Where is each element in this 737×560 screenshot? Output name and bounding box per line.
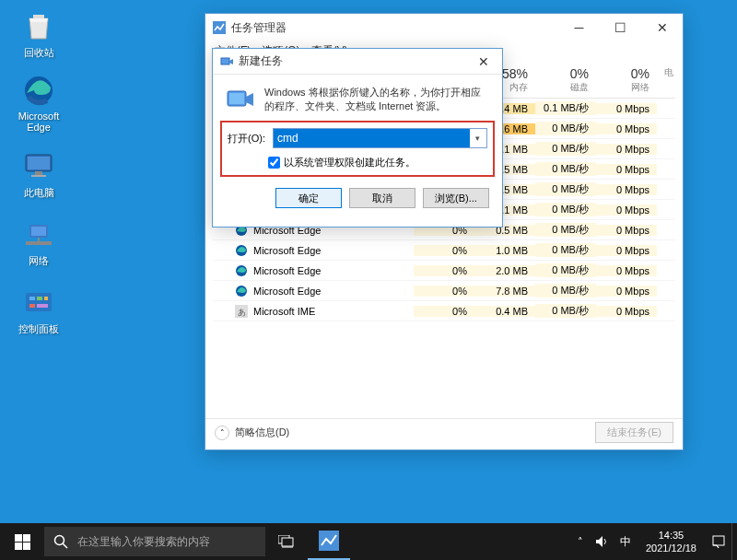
disk-cell: 0 MB/秒: [535, 182, 596, 196]
edge-icon: [20, 72, 57, 109]
desktop-icon-recycle-bin[interactable]: 回收站: [11, 7, 66, 60]
mem-cell: 1.0 MB: [474, 245, 535, 256]
svg-rect-0: [33, 15, 44, 18]
disk-cell: 0 MB/秒: [535, 162, 596, 176]
cpu-cell: 0%: [414, 286, 474, 297]
svg-text:あ: あ: [238, 308, 246, 317]
mem-cell: 2.0 MB: [474, 265, 535, 276]
desktop-icon-this-pc[interactable]: 此电脑: [11, 147, 66, 200]
svg-rect-8: [26, 241, 52, 245]
column-disk[interactable]: 0% 磁盘: [535, 64, 596, 98]
tray-chevron-up-icon[interactable]: ˄: [572, 523, 589, 560]
table-row[interactable]: Microsoft Edge 0% 7.8 MB 0 MB/秒 0 Mbps: [213, 281, 675, 301]
disk-cell: 0 MB/秒: [535, 122, 596, 135]
notifications-button[interactable]: [706, 523, 731, 560]
mem-cell: 7.8 MB: [474, 286, 535, 297]
net-cell: 0 Mbps: [596, 265, 657, 276]
taskbar: 在这里输入你要搜索的内容 ˄ 中 14:35 2021/12/18: [0, 523, 737, 560]
task-view-button[interactable]: [265, 523, 308, 560]
svg-rect-30: [229, 93, 244, 104]
svg-rect-3: [28, 157, 50, 169]
show-desktop-button[interactable]: [731, 523, 737, 560]
maximize-button[interactable]: ☐: [600, 14, 641, 41]
svg-rect-32: [23, 534, 30, 542]
tray-ime-icon[interactable]: 中: [614, 523, 637, 560]
minimize-button[interactable]: ─: [558, 14, 600, 41]
svg-rect-33: [15, 542, 22, 550]
disk-cell: 0.1 MB/秒: [535, 101, 596, 115]
end-task-button: 结束任务(E): [595, 422, 673, 443]
net-cell: 0 Mbps: [596, 286, 657, 297]
process-name: Microsoft IME: [253, 306, 315, 317]
column-network[interactable]: 0% 网络: [596, 64, 657, 98]
process-icon: あ: [235, 305, 248, 318]
cpu-cell: 0%: [414, 306, 474, 317]
admin-checkbox-label: 以系统管理权限创建此任务。: [284, 156, 415, 169]
disk-cell: 0 MB/秒: [535, 284, 596, 298]
statusbar: ˄ 简略信息(D) 结束任务(E): [205, 418, 683, 446]
net-cell: 0 Mbps: [596, 306, 657, 317]
table-row[interactable]: あMicrosoft IME 0% 0.4 MB 0 MB/秒 0 Mbps: [213, 301, 675, 321]
dialog-close-button[interactable]: ✕: [465, 48, 502, 76]
open-input[interactable]: [274, 129, 470, 147]
open-combobox[interactable]: ▾: [273, 128, 487, 148]
dialog-title: 新建任务: [239, 53, 283, 69]
process-icon: [235, 285, 248, 298]
desktop-icon-network[interactable]: 网络: [11, 216, 66, 268]
desktop-icon-label: 控制面板: [11, 322, 66, 336]
desktop-icon-control-panel[interactable]: 控制面板: [11, 284, 66, 336]
svg-rect-11: [29, 297, 35, 300]
svg-rect-7: [31, 227, 46, 236]
app-icon: [213, 21, 226, 34]
computer-icon: [20, 147, 57, 184]
new-task-dialog: 新建任务 ✕ Windows 将根据你所键入的名称，为你打开相应的程序、文件夹、…: [212, 48, 503, 228]
dialog-description: Windows 将根据你所键入的名称，为你打开相应的程序、文件夹、文档或 Int…: [264, 86, 489, 115]
window-title: 任务管理器: [231, 20, 287, 36]
clock-time: 14:35: [646, 529, 696, 542]
disk-cell: 0 MB/秒: [535, 304, 596, 318]
titlebar[interactable]: 任务管理器 ─ ☐ ✕: [205, 14, 683, 41]
cancel-button[interactable]: 取消: [349, 188, 415, 208]
svg-rect-31: [15, 534, 22, 542]
chevron-down-icon[interactable]: ▾: [470, 134, 485, 143]
desktop-icon-label: 此电脑: [11, 186, 66, 200]
disk-cell: 0 MB/秒: [535, 263, 596, 277]
net-cell: 0 Mbps: [596, 245, 657, 256]
disk-cell: 0 MB/秒: [535, 243, 596, 257]
tray-volume-icon[interactable]: [589, 523, 614, 560]
browse-button[interactable]: 浏览(B)...: [423, 188, 489, 208]
search-box[interactable]: 在这里输入你要搜索的内容: [44, 527, 265, 556]
cpu-cell: 0%: [414, 265, 474, 276]
svg-rect-12: [37, 297, 42, 300]
clock-date: 2021/12/18: [646, 542, 696, 554]
desktop-icon-edge[interactable]: Microsoft Edge: [11, 72, 66, 133]
net-cell: 0 Mbps: [596, 164, 657, 175]
taskbar-clock[interactable]: 14:35 2021/12/18: [637, 529, 706, 555]
table-row[interactable]: Microsoft Edge 0% 2.0 MB 0 MB/秒 0 Mbps: [213, 261, 675, 281]
start-button[interactable]: [0, 523, 44, 560]
cpu-cell: 0%: [414, 245, 474, 256]
admin-checkbox[interactable]: [268, 157, 280, 169]
svg-rect-38: [282, 538, 293, 546]
net-cell: 0 Mbps: [596, 144, 657, 155]
svg-rect-34: [23, 542, 30, 550]
net-cell: 0 Mbps: [596, 103, 657, 114]
process-name: Microsoft Edge: [253, 265, 321, 276]
net-cell: 0 Mbps: [596, 123, 657, 134]
control-panel-icon: [20, 284, 57, 321]
run-small-icon: [220, 55, 233, 68]
column-power[interactable]: 电: [657, 64, 675, 98]
fewer-details-link[interactable]: 简略信息(D): [235, 426, 289, 439]
process-icon: [235, 244, 248, 257]
dialog-titlebar[interactable]: 新建任务 ✕: [213, 49, 502, 75]
svg-rect-15: [37, 304, 48, 308]
svg-line-36: [63, 543, 67, 548]
svg-rect-5: [31, 175, 46, 177]
table-row[interactable]: Microsoft Edge 0% 1.0 MB 0 MB/秒 0 Mbps: [213, 240, 675, 261]
close-button[interactable]: ✕: [641, 14, 683, 41]
ok-button[interactable]: 确定: [275, 188, 342, 208]
chevron-up-icon[interactable]: ˄: [215, 426, 229, 440]
taskbar-app-task-manager[interactable]: [308, 523, 350, 560]
mem-cell: 0.4 MB: [474, 306, 535, 317]
run-icon: [226, 86, 255, 115]
